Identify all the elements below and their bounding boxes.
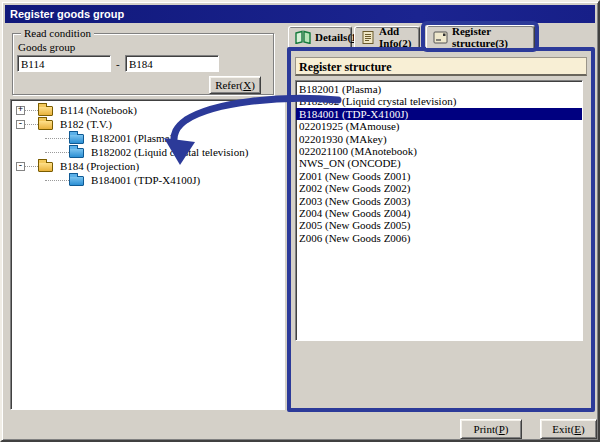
register-structure-panel: Register structure B182001 (Plasma) B182… [287, 47, 595, 412]
folder-open-icon [38, 162, 53, 172]
list-item[interactable]: B182002 (Liquid crystal television) [296, 95, 582, 107]
collapse-minus-icon[interactable]: - [16, 120, 25, 129]
tree-item-b184[interactable]: - B184 (Projection) [11, 159, 284, 173]
tree-item-b182001[interactable]: B182001 (Plasma) [11, 131, 284, 145]
refer-button[interactable]: Refer(X) [209, 76, 261, 94]
window-title: Register goods group [10, 8, 124, 20]
folder-closed-icon [38, 106, 53, 116]
subfolder-icon [69, 148, 84, 158]
titlebar: Register goods group [5, 5, 595, 23]
list-item[interactable]: Z002 (New Goods Z002) [296, 182, 582, 194]
tree-item-label: B184 (Projection) [60, 160, 139, 172]
goods-group-from-input[interactable] [17, 55, 111, 72]
exit-button[interactable]: Exit(E) [540, 419, 597, 439]
register-structure-list[interactable]: B182001 (Plasma) B182002 (Liquid crystal… [295, 80, 583, 341]
subfolder-icon [69, 134, 84, 144]
tree-item-label: B182 (T.V.) [60, 118, 112, 130]
panel-header: Register structure [295, 57, 587, 76]
tree-item-label: B184001 (TDP-X4100J) [91, 174, 200, 186]
list-item[interactable]: Z003 (New Goods Z003) [296, 195, 582, 207]
expand-plus-icon[interactable]: + [16, 106, 25, 115]
subfolder-icon [69, 176, 84, 186]
tab-details[interactable]: Details(1) [288, 26, 352, 48]
tree-item-b114[interactable]: + B114 (Notebook) [11, 103, 284, 117]
tree-connector [25, 110, 38, 111]
list-item[interactable]: Z006 (New Goods Z006) [296, 232, 582, 244]
notepad-icon [361, 30, 375, 44]
goods-group-label: Goods group [18, 41, 75, 53]
list-item[interactable]: 02201925 (MAmouse) [296, 120, 582, 132]
range-separator: - [116, 58, 120, 70]
list-item[interactable]: Z004 (New Goods Z004) [296, 207, 582, 219]
read-condition-groupbox: Read condition Goods group - Refer(X) [12, 33, 274, 95]
folder-open-icon [38, 120, 53, 130]
tab-label: Add Info(2) [379, 25, 413, 49]
list-item[interactable]: B182001 (Plasma) [296, 83, 582, 95]
tree-item-label: B182002 (Liquid crystal television) [91, 146, 248, 158]
goods-group-to-input[interactable] [125, 55, 219, 72]
list-item[interactable]: Z005 (New Goods Z005) [296, 219, 582, 231]
tab-register-structure[interactable]: Register structure(3) [426, 25, 535, 49]
tree-item-label: B114 (Notebook) [60, 104, 137, 116]
list-item[interactable]: Z001 (New Goods Z001) [296, 170, 582, 182]
tree-connector [25, 124, 38, 125]
list-item[interactable]: NWS_ON (ONCODE) [296, 157, 582, 169]
tree-item-b184001[interactable]: B184001 (TDP-X4100J) [11, 173, 284, 187]
tab-label: Register structure(3) [452, 25, 528, 49]
register-goods-group-window: Register goods group Read condition Good… [0, 0, 600, 442]
book-icon [295, 30, 311, 44]
list-item[interactable]: 02201930 (MAkey) [296, 133, 582, 145]
list-item-selected[interactable]: B184001 (TDP-X4100J) [296, 108, 582, 120]
tree-connector [45, 152, 69, 153]
tree-connector [45, 138, 69, 139]
register-window-icon [433, 31, 448, 44]
tab-add-info[interactable]: Add Info(2) [354, 26, 420, 48]
tree-connector [45, 180, 69, 181]
panel-header-title: Register structure [299, 60, 392, 74]
tree-item-b182002[interactable]: B182002 (Liquid crystal television) [11, 145, 284, 159]
collapse-minus-icon[interactable]: - [16, 162, 25, 171]
tree-item-b182[interactable]: - B182 (T.V.) [11, 117, 284, 131]
read-condition-label: Read condition [21, 27, 94, 39]
goods-group-tree: + B114 (Notebook) - B182 (T.V.) B182001 … [10, 99, 285, 410]
tree-item-label: B182001 (Plasma) [91, 132, 173, 144]
list-item[interactable]: 022021100 (MAnotebook) [296, 145, 582, 157]
print-button[interactable]: Print(P) [460, 419, 522, 439]
tree-connector [25, 166, 38, 167]
